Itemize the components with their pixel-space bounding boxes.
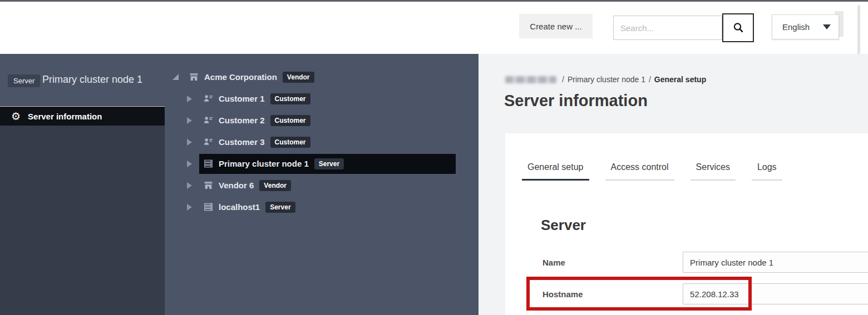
tab-services[interactable]: Services bbox=[691, 162, 736, 181]
tree-item-label: Acme Corporation bbox=[204, 72, 277, 82]
sidebar-item-server-information[interactable]: ⚙ Server information bbox=[0, 106, 165, 126]
tree-item-label: Primary cluster node 1 bbox=[219, 159, 309, 168]
section-title: Server bbox=[541, 217, 586, 234]
breadcrumb-item[interactable]: General setup bbox=[654, 75, 706, 84]
search-button[interactable] bbox=[722, 13, 754, 42]
type-badge: Customer bbox=[270, 93, 310, 104]
tree-item-label: Customer 2 bbox=[219, 116, 265, 125]
tree-item[interactable]: Primary cluster node 1Server bbox=[165, 153, 479, 174]
collapse-icon[interactable] bbox=[172, 74, 185, 80]
tab-logs[interactable]: Logs bbox=[752, 162, 782, 181]
tree-item-row[interactable]: Primary cluster node 1Server bbox=[199, 154, 456, 174]
language-dropdown[interactable]: English bbox=[772, 14, 839, 39]
vendor-icon bbox=[204, 181, 213, 190]
vendor-icon bbox=[189, 72, 199, 82]
gear-icon: ⚙ bbox=[11, 111, 21, 122]
topbar: Create new ... English bbox=[0, 2, 868, 54]
sidebar-item-label: Server information bbox=[28, 112, 102, 121]
type-badge: Customer bbox=[270, 115, 310, 126]
tree-item[interactable]: Customer 1Customer bbox=[165, 88, 479, 109]
customer-icon bbox=[204, 94, 213, 103]
tree-item-row[interactable]: Customer 3Customer bbox=[199, 132, 318, 152]
tab-access-control[interactable]: Access control bbox=[605, 162, 674, 181]
search-icon bbox=[732, 22, 744, 34]
tab-bar: General setupAccess controlServicesLogs bbox=[522, 162, 798, 181]
type-badge: Server bbox=[314, 158, 344, 169]
expand-icon[interactable] bbox=[187, 182, 199, 189]
type-badge: Customer bbox=[270, 137, 310, 148]
name-field[interactable] bbox=[683, 252, 868, 273]
field-row-name: Name bbox=[542, 252, 868, 273]
language-selected-value: English bbox=[782, 22, 810, 32]
expand-icon[interactable] bbox=[187, 96, 199, 102]
type-badge: Vendor bbox=[259, 180, 291, 191]
create-new-button[interactable]: Create new ... bbox=[519, 14, 593, 38]
expand-icon[interactable] bbox=[187, 139, 199, 146]
page: Create new ... English Server Primary cl… bbox=[0, 0, 868, 315]
tree-item-row[interactable]: Customer 1Customer bbox=[199, 89, 318, 109]
expand-icon[interactable] bbox=[187, 117, 199, 124]
field-row-hostname: Hostname bbox=[542, 283, 868, 304]
breadcrumb: /Primary cluster node 1/General setup bbox=[505, 75, 706, 84]
chevron-down-icon bbox=[823, 24, 831, 29]
tree-item[interactable]: Vendor 6Vendor bbox=[165, 174, 479, 196]
customer-icon bbox=[204, 137, 213, 147]
tree-item-row[interactable]: Vendor 6Vendor bbox=[199, 176, 299, 196]
expand-icon[interactable] bbox=[187, 204, 199, 211]
tree-panel: Acme CorporationVendorCustomer 1Customer… bbox=[165, 54, 479, 315]
scrollbar[interactable] bbox=[857, 5, 860, 55]
expand-icon[interactable] bbox=[187, 161, 199, 167]
tab-general-setup[interactable]: General setup bbox=[522, 162, 589, 181]
page-title: Server information bbox=[504, 92, 648, 110]
field-label: Name bbox=[542, 258, 683, 267]
sidebar-title: Primary cluster node 1 bbox=[42, 74, 142, 86]
tree-item[interactable]: Acme CorporationVendor bbox=[165, 66, 479, 88]
breadcrumb-item[interactable]: Primary cluster node 1 bbox=[568, 75, 645, 84]
tree-item[interactable]: localhost1Server bbox=[165, 196, 479, 218]
form-fields: NameHostname bbox=[542, 252, 868, 315]
tree-item[interactable]: Customer 3Customer bbox=[165, 131, 479, 153]
tree-item-label: Customer 3 bbox=[219, 137, 265, 147]
sidebar: Server Primary cluster node 1 ⚙ Server i… bbox=[0, 54, 165, 315]
server-icon bbox=[204, 202, 213, 212]
type-badge: Server bbox=[265, 202, 295, 213]
sidebar-header: Server Primary cluster node 1 bbox=[0, 54, 165, 106]
tree-item-row[interactable]: Customer 2Customer bbox=[199, 111, 318, 131]
tree-item-label: Customer 1 bbox=[219, 94, 265, 103]
tree-item-label: localhost1 bbox=[219, 202, 260, 212]
object-tree: Acme CorporationVendorCustomer 1Customer… bbox=[165, 66, 479, 218]
breadcrumb-separator: / bbox=[649, 75, 651, 84]
tree-item[interactable]: Customer 2Customer bbox=[165, 109, 479, 131]
tree-item-row[interactable]: localhost1Server bbox=[199, 197, 303, 217]
customer-icon bbox=[204, 116, 213, 125]
field-label: Hostname bbox=[542, 289, 683, 299]
tree-item-label: Vendor 6 bbox=[219, 181, 254, 190]
tree-item-row[interactable]: Acme CorporationVendor bbox=[185, 67, 322, 87]
content-area: /Primary cluster node 1/General setup Se… bbox=[479, 54, 868, 315]
content-card: General setupAccess controlServicesLogs … bbox=[505, 133, 868, 315]
breadcrumb-redacted-item bbox=[505, 76, 556, 83]
hostname-field[interactable] bbox=[683, 283, 868, 304]
search-input[interactable] bbox=[613, 16, 722, 40]
type-badge: Vendor bbox=[283, 72, 314, 83]
server-icon bbox=[204, 159, 213, 168]
breadcrumb-separator: / bbox=[562, 75, 564, 84]
object-type-badge: Server bbox=[8, 74, 40, 87]
